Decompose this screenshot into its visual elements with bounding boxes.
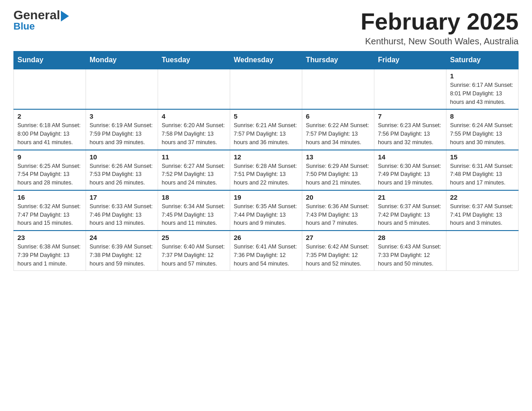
calendar-day-cell: 26Sunrise: 6:41 AM Sunset: 7:36 PM Dayli… — [230, 231, 302, 271]
day-info: Sunrise: 6:33 AM Sunset: 7:46 PM Dayligh… — [90, 202, 154, 227]
day-info: Sunrise: 6:38 AM Sunset: 7:39 PM Dayligh… — [17, 243, 82, 268]
calendar-day-cell: 2Sunrise: 6:18 AM Sunset: 8:00 PM Daylig… — [14, 109, 86, 150]
calendar-day-cell: 6Sunrise: 6:22 AM Sunset: 7:57 PM Daylig… — [302, 109, 374, 150]
day-info: Sunrise: 6:23 AM Sunset: 7:56 PM Dayligh… — [378, 121, 442, 146]
calendar-day-cell — [374, 69, 446, 109]
calendar-day-cell — [230, 69, 302, 109]
day-number: 10 — [90, 153, 154, 161]
calendar-day-cell: 9Sunrise: 6:25 AM Sunset: 7:54 PM Daylig… — [14, 150, 86, 190]
calendar-day-cell: 11Sunrise: 6:27 AM Sunset: 7:52 PM Dayli… — [158, 150, 230, 190]
calendar-day-cell — [302, 69, 374, 109]
day-info: Sunrise: 6:32 AM Sunset: 7:47 PM Dayligh… — [17, 202, 82, 227]
calendar-day-cell: 23Sunrise: 6:38 AM Sunset: 7:39 PM Dayli… — [14, 231, 86, 271]
page-header: General Blue February 2025 Kenthurst, Ne… — [13, 9, 519, 47]
month-title: February 2025 — [360, 9, 519, 34]
calendar-day-cell: 17Sunrise: 6:33 AM Sunset: 7:46 PM Dayli… — [86, 190, 158, 231]
calendar-day-cell: 27Sunrise: 6:42 AM Sunset: 7:35 PM Dayli… — [302, 231, 374, 271]
day-info: Sunrise: 6:28 AM Sunset: 7:51 PM Dayligh… — [234, 162, 298, 187]
calendar-day-cell: 5Sunrise: 6:21 AM Sunset: 7:57 PM Daylig… — [230, 109, 302, 150]
calendar-week-row: 9Sunrise: 6:25 AM Sunset: 7:54 PM Daylig… — [14, 150, 519, 190]
calendar-day-cell: 12Sunrise: 6:28 AM Sunset: 7:51 PM Dayli… — [230, 150, 302, 190]
day-number: 8 — [450, 112, 515, 120]
location-text: Kenthurst, New South Wales, Australia — [360, 36, 519, 47]
day-number: 2 — [17, 112, 82, 120]
day-info: Sunrise: 6:20 AM Sunset: 7:58 PM Dayligh… — [162, 121, 226, 146]
calendar-day-cell: 21Sunrise: 6:37 AM Sunset: 7:42 PM Dayli… — [374, 190, 446, 231]
day-number: 7 — [378, 112, 442, 120]
calendar-day-cell: 15Sunrise: 6:31 AM Sunset: 7:48 PM Dayli… — [446, 150, 519, 190]
day-info: Sunrise: 6:29 AM Sunset: 7:50 PM Dayligh… — [306, 162, 370, 187]
day-number: 17 — [90, 193, 154, 201]
day-number: 20 — [306, 193, 370, 201]
calendar-day-cell: 19Sunrise: 6:35 AM Sunset: 7:44 PM Dayli… — [230, 190, 302, 231]
calendar-day-cell: 20Sunrise: 6:36 AM Sunset: 7:43 PM Dayli… — [302, 190, 374, 231]
calendar-day-cell — [86, 69, 158, 109]
day-info: Sunrise: 6:21 AM Sunset: 7:57 PM Dayligh… — [234, 121, 298, 146]
day-number: 19 — [234, 193, 298, 201]
calendar-week-row: 1Sunrise: 6:17 AM Sunset: 8:01 PM Daylig… — [14, 69, 519, 109]
day-number: 22 — [450, 193, 515, 201]
calendar-day-cell: 25Sunrise: 6:40 AM Sunset: 7:37 PM Dayli… — [158, 231, 230, 271]
day-number: 15 — [450, 153, 515, 161]
calendar-day-cell: 14Sunrise: 6:30 AM Sunset: 7:49 PM Dayli… — [374, 150, 446, 190]
calendar-day-cell: 3Sunrise: 6:19 AM Sunset: 7:59 PM Daylig… — [86, 109, 158, 150]
calendar-day-cell: 10Sunrise: 6:26 AM Sunset: 7:53 PM Dayli… — [86, 150, 158, 190]
day-info: Sunrise: 6:39 AM Sunset: 7:38 PM Dayligh… — [90, 243, 154, 268]
calendar-week-row: 16Sunrise: 6:32 AM Sunset: 7:47 PM Dayli… — [14, 190, 519, 231]
day-number: 27 — [306, 234, 370, 241]
day-info: Sunrise: 6:36 AM Sunset: 7:43 PM Dayligh… — [306, 202, 370, 227]
day-info: Sunrise: 6:31 AM Sunset: 7:48 PM Dayligh… — [450, 162, 515, 187]
day-number: 21 — [378, 193, 442, 201]
day-info: Sunrise: 6:25 AM Sunset: 7:54 PM Dayligh… — [17, 162, 82, 187]
day-info: Sunrise: 6:43 AM Sunset: 7:33 PM Dayligh… — [378, 243, 442, 268]
day-info: Sunrise: 6:30 AM Sunset: 7:49 PM Dayligh… — [378, 162, 442, 187]
calendar-header-row: SundayMondayTuesdayWednesdayThursdayFrid… — [14, 51, 519, 69]
day-info: Sunrise: 6:37 AM Sunset: 7:41 PM Dayligh… — [450, 202, 515, 227]
calendar-day-header: Wednesday — [230, 51, 302, 69]
day-number: 1 — [450, 72, 515, 80]
calendar-day-cell — [158, 69, 230, 109]
calendar-day-header: Monday — [86, 51, 158, 69]
day-info: Sunrise: 6:35 AM Sunset: 7:44 PM Dayligh… — [234, 202, 298, 227]
day-number: 9 — [17, 153, 82, 161]
calendar-day-header: Saturday — [446, 51, 519, 69]
day-number: 16 — [17, 193, 82, 201]
calendar-day-header: Friday — [374, 51, 446, 69]
day-info: Sunrise: 6:19 AM Sunset: 7:59 PM Dayligh… — [90, 121, 154, 146]
logo: General Blue — [13, 9, 69, 32]
day-number: 24 — [90, 234, 154, 241]
day-info: Sunrise: 6:18 AM Sunset: 8:00 PM Dayligh… — [17, 121, 82, 146]
day-info: Sunrise: 6:37 AM Sunset: 7:42 PM Dayligh… — [378, 202, 442, 227]
calendar-day-cell: 24Sunrise: 6:39 AM Sunset: 7:38 PM Dayli… — [86, 231, 158, 271]
day-number: 23 — [17, 234, 82, 241]
calendar-day-cell: 4Sunrise: 6:20 AM Sunset: 7:58 PM Daylig… — [158, 109, 230, 150]
calendar-day-header: Tuesday — [158, 51, 230, 69]
day-info: Sunrise: 6:24 AM Sunset: 7:55 PM Dayligh… — [450, 121, 515, 146]
calendar-day-cell — [14, 69, 86, 109]
day-number: 6 — [306, 112, 370, 120]
calendar-day-header: Sunday — [14, 51, 86, 69]
logo-text: General — [13, 9, 69, 21]
day-number: 18 — [162, 193, 226, 201]
day-info: Sunrise: 6:17 AM Sunset: 8:01 PM Dayligh… — [450, 81, 515, 106]
day-info: Sunrise: 6:34 AM Sunset: 7:45 PM Dayligh… — [162, 202, 226, 227]
calendar-day-cell: 18Sunrise: 6:34 AM Sunset: 7:45 PM Dayli… — [158, 190, 230, 231]
calendar-day-cell: 22Sunrise: 6:37 AM Sunset: 7:41 PM Dayli… — [446, 190, 519, 231]
day-info: Sunrise: 6:42 AM Sunset: 7:35 PM Dayligh… — [306, 243, 370, 268]
day-number: 11 — [162, 153, 226, 161]
calendar-table: SundayMondayTuesdayWednesdayThursdayFrid… — [13, 51, 519, 271]
calendar-day-cell: 7Sunrise: 6:23 AM Sunset: 7:56 PM Daylig… — [374, 109, 446, 150]
day-number: 26 — [234, 234, 298, 241]
day-number: 13 — [306, 153, 370, 161]
day-number: 5 — [234, 112, 298, 120]
day-number: 4 — [162, 112, 226, 120]
day-number: 28 — [378, 234, 442, 241]
calendar-day-cell: 16Sunrise: 6:32 AM Sunset: 7:47 PM Dayli… — [14, 190, 86, 231]
day-info: Sunrise: 6:22 AM Sunset: 7:57 PM Dayligh… — [306, 121, 370, 146]
day-number: 14 — [378, 153, 442, 161]
calendar-week-row: 2Sunrise: 6:18 AM Sunset: 8:00 PM Daylig… — [14, 109, 519, 150]
title-section: February 2025 Kenthurst, New South Wales… — [360, 9, 519, 47]
calendar-day-cell: 28Sunrise: 6:43 AM Sunset: 7:33 PM Dayli… — [374, 231, 446, 271]
day-info: Sunrise: 6:40 AM Sunset: 7:37 PM Dayligh… — [162, 243, 226, 268]
day-number: 25 — [162, 234, 226, 241]
